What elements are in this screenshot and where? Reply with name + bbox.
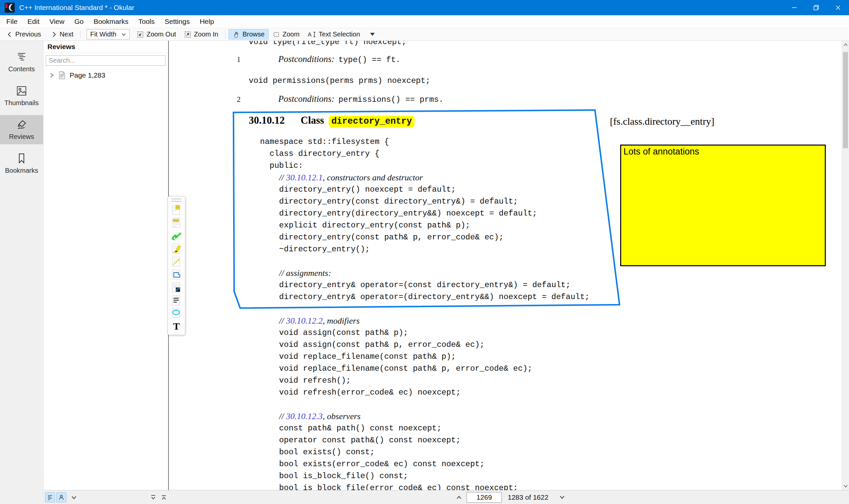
zoom-out-button[interactable]: Zoom Out	[133, 29, 180, 39]
chevron-down-icon	[121, 33, 126, 36]
synopsis-line: directory_entry(directory_entry&&) noexc…	[260, 208, 590, 219]
text-selection-icon: A	[307, 31, 316, 38]
inline-note-annotation[interactable]: Lots of annotations	[620, 145, 826, 266]
synopsis-line: public:	[260, 160, 590, 172]
previous-page-arrow-button[interactable]	[454, 492, 464, 502]
sidebar-item-contents[interactable]: Contents	[0, 48, 43, 77]
synopsis-line: operator const path&() const noexcept;	[260, 434, 590, 446]
section-number: 30.10.12	[249, 114, 285, 126]
reviews-tree: Page 1,283	[44, 68, 167, 79]
document-view[interactable]: void type(file_type ft) noexcept; 1 Post…	[168, 41, 841, 490]
tool-dropdown-caret[interactable]	[370, 33, 375, 36]
synopsis-line: void refresh(error_code& ec) noexcept;	[260, 386, 590, 399]
next-button[interactable]: Next	[47, 29, 77, 39]
synopsis-line: namespace std::filesystem {	[260, 136, 590, 148]
synopsis-line: // 30.10.12.2, modifiers	[260, 315, 590, 327]
sidebar-item-thumbnails[interactable]: Thumbnails	[0, 81, 43, 110]
browse-tool-button[interactable]: Browse	[229, 29, 269, 39]
reviews-panel-title: Reviews	[44, 41, 167, 53]
straight-line-tool[interactable]	[170, 255, 183, 268]
typewriter-tool[interactable]: T	[170, 320, 183, 332]
underline-tool[interactable]	[170, 294, 183, 307]
sidebar-item-bookmarks[interactable]: Bookmarks	[0, 149, 43, 178]
synopsis-line: directory_entry& operator=(directory_ent…	[260, 291, 590, 303]
scrollbar-thumb[interactable]	[843, 52, 848, 148]
show-reviews-list-toggle[interactable]	[45, 492, 55, 502]
popup-note-tool[interactable]	[170, 203, 183, 216]
window-controls	[783, 0, 849, 15]
reviews-tree-item[interactable]: Page 1,283	[44, 71, 167, 79]
section-title-word: Class	[301, 114, 324, 126]
expand-all-button[interactable]	[159, 492, 169, 502]
zoom-tool-button[interactable]: Zoom	[269, 29, 304, 39]
menu-go[interactable]: Go	[69, 15, 89, 28]
menu-edit[interactable]: Edit	[22, 15, 44, 28]
freehand-ink-tool[interactable]	[170, 229, 183, 242]
reviews-search-input[interactable]	[46, 55, 165, 66]
menu-settings[interactable]: Settings	[160, 15, 195, 28]
menubar: FileEditViewGoBookmarksToolsSettingsHelp	[0, 15, 849, 28]
synopsis-line: // assignments:	[260, 267, 590, 279]
synopsis-line: bool exists(error_code& ec) const noexce…	[260, 458, 590, 470]
sidebar-item-label: Reviews	[9, 133, 34, 141]
group-by-author-toggle[interactable]	[56, 492, 66, 502]
scroll-up-arrow[interactable]	[842, 41, 849, 49]
toolbar-separator	[225, 30, 225, 39]
stable-name-tag: [fs.class.directory__entry]	[610, 116, 715, 127]
minimize-button[interactable]	[783, 0, 805, 15]
text-selection-label: Text Selection	[319, 31, 360, 38]
page-count-label[interactable]: 1283 of 1622	[508, 493, 548, 501]
thumbnails-icon	[16, 85, 28, 97]
zoom-in-button[interactable]: Zoom In	[180, 29, 222, 39]
hand-icon	[233, 31, 240, 38]
menu-tools[interactable]: Tools	[133, 15, 160, 28]
svg-text:A: A	[308, 32, 312, 38]
ellipse-tool[interactable]	[170, 307, 183, 320]
synopsis-line: bool exists() const;	[260, 446, 590, 458]
browse-label: Browse	[242, 31, 265, 38]
highlighter-tool[interactable]	[170, 242, 183, 255]
main-toolbar: Previous Next Fit Width Zoom Out Zoom In	[0, 28, 849, 41]
synopsis-line	[260, 399, 590, 411]
synopsis-line: bool is_block_file() const;	[260, 470, 590, 482]
paragraph-code: type() == ft.	[339, 55, 401, 64]
collapse-all-button[interactable]	[148, 492, 158, 502]
class-synopsis-code: namespace std::filesystem { class direct…	[260, 136, 590, 490]
document-scrollbar[interactable]	[842, 41, 849, 490]
chevron-right-icon	[51, 31, 57, 38]
next-label: Next	[60, 31, 73, 38]
scroll-down-arrow[interactable]	[842, 482, 849, 490]
expander-chevron-icon	[49, 72, 54, 78]
stamp-tool[interactable]	[170, 281, 183, 294]
menu-help[interactable]: Help	[195, 15, 219, 28]
synopsis-line: void replace_filename(const path& p, err…	[260, 363, 590, 375]
menu-view[interactable]: View	[44, 15, 69, 28]
synopsis-line: directory_entry(const path& p, error_cod…	[260, 231, 590, 244]
sidebar-item-reviews[interactable]: Reviews	[0, 115, 43, 144]
toolbar-drag-handle[interactable]	[171, 199, 181, 202]
inline-note-tool[interactable]	[170, 216, 183, 229]
page-list-dropdown-button[interactable]	[557, 492, 567, 502]
menu-file[interactable]: File	[1, 15, 22, 28]
reviews-panel: Reviews Page 1,283	[44, 41, 167, 490]
toolbar-separator	[80, 30, 80, 39]
restore-button[interactable]	[805, 0, 827, 15]
synopsis-line: void replace_filename(const path& p);	[260, 351, 590, 363]
previous-button[interactable]: Previous	[3, 29, 45, 39]
close-button[interactable]	[827, 0, 849, 15]
menu-bookmarks[interactable]: Bookmarks	[89, 15, 133, 28]
synopsis-line: class directory_entry {	[260, 148, 590, 160]
zoom-level-combobox[interactable]: Fit Width	[87, 29, 130, 39]
stamp-icon	[171, 282, 181, 293]
current-page-input[interactable]	[467, 492, 502, 503]
underline-icon	[171, 295, 181, 306]
green-ink-icon	[171, 230, 182, 241]
text-selection-tool-button[interactable]: A Text Selection	[304, 29, 379, 39]
synopsis-line: // 30.10.12.3, observers	[260, 411, 590, 422]
filter-dropdown-button[interactable]	[69, 492, 79, 502]
reviews-tree-item-label: Page 1,283	[70, 71, 105, 79]
synopsis-line	[260, 303, 590, 315]
highlighter-icon	[171, 243, 181, 254]
polygon-tool[interactable]	[170, 268, 183, 281]
ellipse-icon	[171, 308, 181, 319]
